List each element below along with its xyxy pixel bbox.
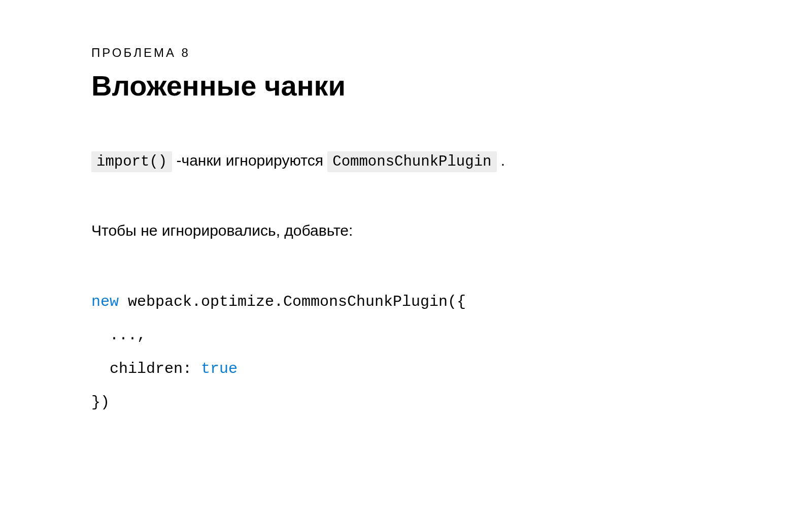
- code-block: new webpack.optimize.CommonsChunkPlugin(…: [91, 285, 721, 419]
- code-keyword-true: true: [201, 360, 238, 377]
- code-text: webpack.optimize.CommonsChunkPlugin({: [119, 293, 466, 310]
- slide-title: Вложенные чанки: [91, 69, 721, 102]
- slide-eyebrow: ПРОБЛЕМА 8: [91, 46, 721, 60]
- inline-code-import: import(): [91, 151, 172, 172]
- code-keyword-new: new: [91, 293, 119, 310]
- code-text: children:: [91, 360, 201, 377]
- inline-code-plugin: CommonsChunkPlugin: [327, 151, 496, 172]
- code-text: }): [91, 394, 110, 411]
- slide-sentence-2: Чтобы не игнорировались, добавьте:: [91, 219, 721, 242]
- slide-sentence-1: import() -чанки игнорируются CommonsChun…: [91, 149, 721, 173]
- code-text: ...,: [91, 327, 146, 344]
- text-fragment: -чанки игнорируются: [172, 152, 327, 169]
- text-fragment: .: [497, 152, 505, 169]
